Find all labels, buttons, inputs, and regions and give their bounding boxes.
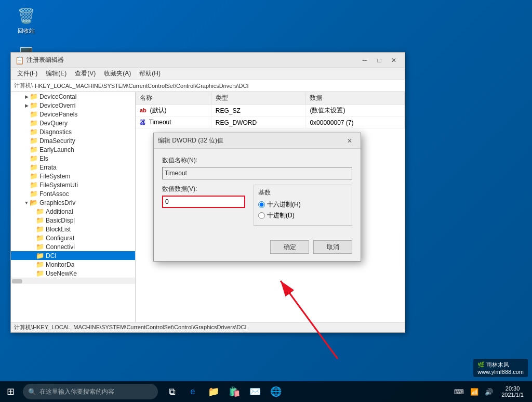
tree-item-els[interactable]: 📁 Els [11, 154, 135, 163]
folder-icon: 📁 [30, 154, 38, 162]
value-input-box: 数值数据(V): [162, 185, 245, 226]
menu-file[interactable]: 文件(F) [13, 68, 42, 79]
taskbar-apps: ⧉ e 📁 🛍️ ✉️ 🌐 [162, 382, 286, 401]
tray-volume[interactable]: 🔊 [483, 387, 495, 397]
tree-panel[interactable]: ▶ 📁 DeviceContai ▶ 📁 DeviceOverri 📁 Devi… [11, 92, 136, 322]
radio-hex-label[interactable]: 十六进制(H) [258, 200, 348, 209]
dialog-row: 数值数据(V): 基数 十六进制(H) 十进制(D) [162, 185, 352, 226]
tree-item-dci[interactable]: 📁 DCI [11, 251, 135, 260]
tree-item-deviceoverri[interactable]: ▶ 📁 DeviceOverri [11, 101, 135, 110]
folder-selected-icon: 📁 [36, 252, 44, 260]
tree-item-filesystem[interactable]: 📁 FileSystem [11, 172, 135, 180]
menu-bar: 文件(F) 编辑(E) 查看(V) 收藏夹(A) 帮助(H) [11, 68, 405, 80]
regedit-icon: 📋 [15, 56, 23, 64]
tree-item-additional[interactable]: 📁 Additional [11, 207, 135, 216]
folder-icon: 📁 [36, 234, 44, 242]
clock-date: 2021/1/1 [501, 392, 524, 398]
address-label: 计算机\ [14, 82, 33, 89]
close-button[interactable]: ✕ [387, 55, 401, 66]
arrow-icon: ▶ [23, 103, 30, 108]
cancel-button[interactable]: 取消 [313, 240, 352, 254]
brand-leaf: 🌿 雨林木风 [477, 361, 524, 369]
folder-icon: 📁 [30, 119, 38, 127]
network-button[interactable]: 🌐 [266, 382, 286, 401]
radio-dec[interactable] [258, 212, 265, 219]
tree-item-filesystemuti[interactable]: 📁 FileSystemUti [11, 180, 135, 189]
table-row[interactable]: ab (默认) REG_SZ (数值未设置) [136, 105, 405, 117]
row-name: 器 Timeout [136, 117, 211, 128]
taskbar-search[interactable]: 🔍 在这里输入你要搜索的内容 [23, 384, 158, 399]
tree-item-monitorda[interactable]: 📁 MonitorDa [11, 260, 135, 269]
folder-icon: 📁 [30, 190, 38, 198]
start-button[interactable]: ⊞ [0, 381, 21, 402]
tray-network[interactable]: 📶 [468, 387, 481, 397]
taskview-button[interactable]: ⧉ [162, 382, 182, 401]
row-data: 0x00000007 (7) [305, 117, 405, 128]
tree-item-configurat[interactable]: 📁 Configurat [11, 234, 135, 242]
address-bar: 计算机\ HKEY_LOCAL_MACHINE\SYSTEM\CurrentCo… [11, 80, 405, 92]
window-title: 注册表编辑器 [26, 56, 358, 64]
folder-icon: 📁 [36, 261, 44, 268]
folder-icon: 📁 [30, 137, 38, 145]
value-input[interactable] [162, 196, 245, 208]
folder-icon: 📁 [36, 208, 44, 215]
menu-edit[interactable]: 编辑(E) [42, 68, 71, 79]
dialog-titlebar: 编辑 DWORD (32 位)值 ✕ [154, 133, 361, 149]
ok-button[interactable]: 确定 [270, 240, 309, 254]
tree-item-usenewke[interactable]: 📁 UseNewKe [11, 269, 135, 278]
col-data: 数据 [305, 92, 405, 105]
tree-item-blocklist[interactable]: 📁 BlockList [11, 225, 135, 234]
tree-item-graphicsdrivers[interactable]: ▼ 📂 GraphicsDriv [11, 198, 135, 207]
arrow-icon: ▼ [23, 200, 30, 205]
base-box: 基数 十六进制(H) 十进制(D) [254, 185, 352, 226]
row-name: ab (默认) [136, 105, 211, 117]
tree-item-fontassoc[interactable]: 📁 FontAssoc [11, 189, 135, 198]
tree-item-diagnostics[interactable]: 📁 Diagnostics [11, 127, 135, 136]
col-name: 名称 [136, 92, 211, 105]
tray-keyboard[interactable]: ⌨ [452, 387, 466, 397]
radio-dec-text: 十进制(D) [267, 211, 295, 220]
dialog-close-button[interactable]: ✕ [343, 136, 356, 146]
maximize-button[interactable]: □ [373, 55, 386, 66]
tree-item-errata[interactable]: 📁 Errata [11, 163, 135, 172]
name-input[interactable] [162, 167, 352, 179]
recycle-bin-icon[interactable]: 🗑️ 回收站 [10, 5, 42, 35]
base-label: 基数 [258, 188, 348, 197]
menu-view[interactable]: 查看(V) [71, 68, 100, 79]
mail-button[interactable]: ✉️ [245, 382, 265, 401]
folder-icon: 📁 [30, 172, 38, 180]
brand-watermark: 🌿 雨林木风 www.ylmf888.com [473, 359, 528, 377]
tree-item-dmasecurity[interactable]: 📁 DmaSecurity [11, 136, 135, 145]
taskbar: ⊞ 🔍 在这里输入你要搜索的内容 ⧉ e 📁 🛍️ ✉️ 🌐 ⌨ 📶 🔊 20:… [0, 381, 532, 402]
explorer-button[interactable]: 📁 [204, 382, 223, 401]
tree-item-devicepanels[interactable]: 📁 DevicePanels [11, 110, 135, 119]
radio-hex[interactable] [258, 201, 265, 208]
menu-help[interactable]: 帮助(H) [135, 68, 165, 79]
radio-dec-label[interactable]: 十进制(D) [258, 211, 348, 220]
folder-icon: 📁 [30, 146, 38, 153]
tree-item-connectivi[interactable]: 📁 Connectivi [11, 242, 135, 251]
address-path: HKEY_LOCAL_MACHINE\SYSTEM\CurrentControl… [35, 83, 248, 89]
folder-icon: 📁 [30, 163, 38, 171]
tree-item-earlylaunch[interactable]: 📁 EarlyLaunch [11, 145, 135, 154]
window-titlebar: 📋 注册表编辑器 ─ □ ✕ [11, 53, 405, 68]
tree-item-basicdispl[interactable]: 📁 BasicDispl [11, 216, 135, 225]
tree-item-devicecontai[interactable]: ▶ 📁 DeviceContai [11, 92, 135, 101]
folder-icon: 📁 [36, 269, 44, 277]
edge-button[interactable]: e [183, 382, 203, 401]
store-button[interactable]: 🛍️ [224, 382, 244, 401]
table-row-timeout[interactable]: 器 Timeout REG_DWORD 0x00000007 (7) [136, 117, 405, 128]
folder-icon: 📁 [36, 243, 44, 251]
name-label: 数值名称(N): [162, 156, 352, 165]
folder-icon: 📁 [36, 216, 44, 224]
status-bar: 计算机\HKEY_LOCAL_MACHINE\SYSTEM\CurrentCon… [11, 322, 405, 332]
search-placeholder: 在这里输入你要搜索的内容 [39, 387, 114, 396]
radio-hex-text: 十六进制(H) [267, 200, 301, 209]
folder-icon: 📁 [30, 128, 38, 136]
desktop: 🗑️ 回收站 💻 此电脑 📋 注册表编辑器 ─ □ ✕ 文件(F) 编辑(E) … [0, 0, 532, 402]
minimize-button[interactable]: ─ [358, 55, 371, 66]
folder-icon: 📁 [30, 93, 38, 100]
menu-favorites[interactable]: 收藏夹(A) [100, 68, 135, 79]
tree-item-devquery[interactable]: 📁 DevQuery [11, 119, 135, 127]
clock[interactable]: 20:30 2021/1/1 [497, 385, 528, 398]
